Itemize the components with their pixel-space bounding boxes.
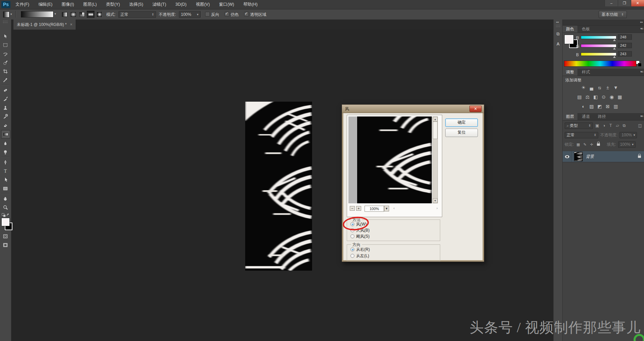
blur-tool-icon[interactable] [1, 139, 10, 147]
toolbox-grip[interactable] [3, 21, 8, 23]
filter-adjustment-layers-icon[interactable]: ◑ [602, 123, 606, 128]
character-panel-icon[interactable]: A [555, 40, 562, 47]
tab-close-icon[interactable]: × [70, 22, 72, 27]
lock-position-icon[interactable]: ✛ [589, 142, 594, 147]
channel-mixer-icon[interactable]: ◉ [608, 94, 616, 100]
slider-thumb-icon[interactable] [613, 56, 616, 58]
tab-channels[interactable]: 通道 [578, 113, 593, 120]
channel-g-value[interactable]: 242 [618, 43, 632, 48]
layer-opacity-select[interactable]: 100% ▾ [619, 132, 637, 138]
foreground-color-swatch[interactable] [2, 218, 9, 226]
exposure-icon[interactable]: ± [604, 84, 612, 91]
color-balance-icon[interactable]: ⚖ [583, 94, 592, 100]
panel-foreground-swatch[interactable] [565, 35, 573, 44]
rectangle-tool-icon[interactable] [1, 184, 10, 193]
eraser-tool-icon[interactable] [1, 121, 10, 129]
panel-strip-grip[interactable] [556, 25, 560, 27]
quick-selection-tool-icon[interactable] [1, 59, 10, 67]
menu-3d[interactable]: 3D(D) [171, 0, 190, 9]
filter-type-layers-icon[interactable]: T [608, 123, 613, 128]
lasso-tool-icon[interactable] [1, 50, 10, 58]
gradient-map-icon[interactable]: ▥ [612, 103, 620, 110]
tab-color[interactable]: 颜色 [563, 26, 577, 33]
ok-button[interactable]: 确定 [445, 118, 478, 127]
levels-icon[interactable]: ▄ [588, 84, 596, 91]
minimize-icon[interactable]: – [605, 0, 618, 6]
screen-mode-icon[interactable] [1, 241, 10, 249]
filter-preview-image[interactable] [357, 116, 432, 203]
zoom-out-icon[interactable]: − [350, 206, 355, 211]
layer-filter-select[interactable]: ⌕类型 ⇕ [565, 123, 593, 129]
from-right-option[interactable]: 从右(R) [350, 247, 370, 252]
gradient-tool-icon[interactable] [1, 130, 10, 139]
menu-layer[interactable]: 图层(L) [79, 0, 101, 9]
menu-select[interactable]: 选择(S) [125, 0, 147, 9]
type-tool-icon[interactable]: T [1, 167, 10, 175]
curves-icon[interactable]: ⧅ [596, 84, 604, 91]
menu-edit[interactable]: 编辑(E) [34, 0, 56, 9]
filter-pixel-layers-icon[interactable]: ▣ [595, 123, 600, 128]
filter-shape-layers-icon[interactable]: ▱ [615, 123, 620, 128]
quick-mask-icon[interactable] [1, 232, 10, 240]
posterize-icon[interactable]: ▨ [588, 103, 596, 110]
marquee-tool-icon[interactable] [1, 41, 10, 49]
opacity-select[interactable]: 100% ▾ [179, 11, 200, 18]
zoom-dropdown-icon[interactable]: ▾ [384, 206, 389, 211]
clone-source-panel-icon[interactable]: ⧉ [555, 30, 562, 37]
canvas-document[interactable] [245, 102, 312, 271]
zoom-value-field[interactable]: 100% [365, 206, 384, 212]
restore-icon[interactable]: ❐ [618, 0, 631, 6]
zoom-tool-icon[interactable] [1, 203, 10, 211]
pen-tool-icon[interactable] [1, 158, 10, 166]
gradient-preview[interactable] [21, 11, 53, 18]
transparency-checkbox[interactable]: 透明区域 [244, 12, 266, 18]
scroll-up-icon[interactable]: ▲ [433, 117, 438, 122]
channel-r-value[interactable]: 248 [618, 34, 632, 40]
linear-gradient-icon[interactable] [61, 11, 68, 18]
spectrum-ramp[interactable] [564, 61, 637, 67]
dither-checkbox[interactable]: 仿色 [225, 12, 239, 18]
reset-button[interactable]: 复位 [445, 129, 478, 137]
panel-menu-icon[interactable]: ▾≡ [640, 70, 643, 73]
lock-transparency-icon[interactable]: ▦ [576, 142, 580, 147]
menu-type[interactable]: 类型(Y) [102, 0, 124, 9]
panel-menu-icon[interactable]: ▾≡ [640, 27, 643, 30]
pan-left-icon[interactable]: ‹ [393, 206, 394, 210]
zoom-in-icon[interactable]: + [356, 206, 361, 211]
channel-g-slider[interactable] [581, 44, 616, 47]
workspace-switcher[interactable]: 基本功能 ⇕ [599, 11, 627, 18]
slider-thumb-icon[interactable] [613, 39, 616, 41]
expand-dock-icon[interactable]: ▸▸ [640, 21, 643, 24]
color-lookup-icon[interactable]: ▦ [616, 94, 624, 100]
invert-icon[interactable]: ◐ [579, 103, 588, 110]
swap-colors-icon[interactable] [1, 213, 9, 217]
threshold-icon[interactable]: ◩ [596, 103, 604, 110]
menu-help[interactable]: 帮助(H) [239, 0, 262, 9]
clone-stamp-tool-icon[interactable] [1, 104, 10, 112]
document-tab[interactable]: 未标题-1 @ 100%(RGB/8) * × [13, 20, 76, 30]
layer-blend-mode-select[interactable]: 正常 ⇕ [565, 132, 598, 138]
hand-tool-icon[interactable] [1, 195, 10, 203]
slider-thumb-icon[interactable] [613, 47, 616, 49]
eyedropper-tool-icon[interactable] [1, 76, 10, 84]
lock-image-icon[interactable]: ✎ [582, 142, 587, 147]
menu-image[interactable]: 图像(I) [58, 0, 78, 9]
pan-right-icon[interactable]: › [437, 206, 438, 210]
menu-filter[interactable]: 滤镜(T) [148, 0, 170, 9]
filter-smart-objects-icon[interactable]: ⧉ [622, 123, 627, 128]
brightness-contrast-icon[interactable]: ☀ [579, 84, 588, 91]
layer-thumbnail[interactable] [574, 152, 582, 161]
scroll-down-icon[interactable]: ▼ [433, 198, 438, 203]
tool-preset-arrow-icon[interactable]: ▾ [10, 12, 12, 16]
tab-adjustments[interactable]: 调整 [563, 69, 577, 76]
filter-toggle-icon[interactable]: ◫ [638, 123, 642, 128]
channel-r-slider[interactable] [581, 36, 616, 39]
wind-option[interactable]: 风(W) [350, 222, 367, 227]
layer-row-background[interactable]: 背景 [563, 151, 644, 162]
dialog-title-bar[interactable]: 风 [342, 105, 484, 113]
menu-file[interactable]: 文件(F) [11, 0, 33, 9]
gradient-picker-arrow-icon[interactable]: ▾ [54, 12, 56, 15]
visibility-toggle[interactable] [563, 151, 572, 162]
dialog-close-icon[interactable]: ✕ [469, 106, 482, 112]
fill-select[interactable]: 100% ▾ [618, 141, 636, 148]
